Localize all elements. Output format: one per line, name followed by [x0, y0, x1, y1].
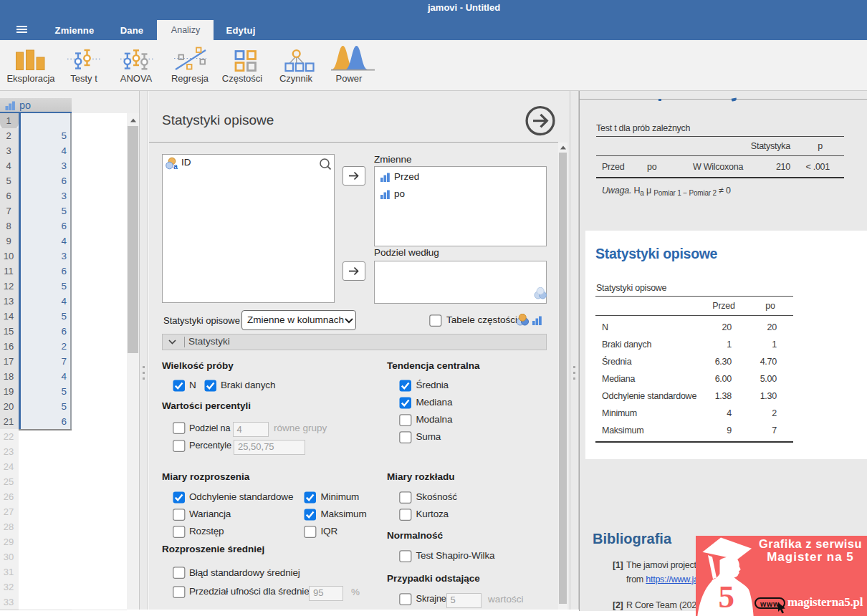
svg-text:5: 5: [719, 579, 735, 615]
